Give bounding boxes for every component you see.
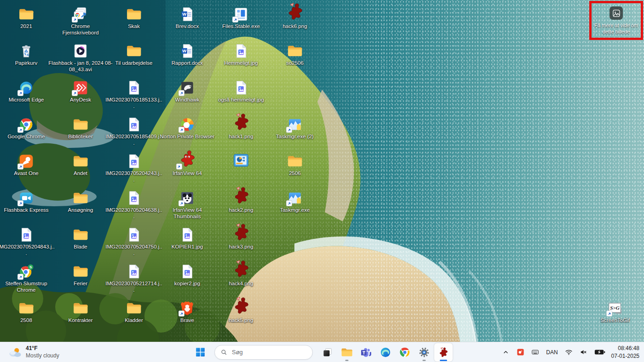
desktop-icon-label: Hemmeligt.jpg	[213, 60, 270, 66]
folder-icon	[73, 153, 88, 169]
tray-volume-muted[interactable]	[579, 347, 588, 357]
running-app-indicator	[423, 360, 426, 361]
desktop-icon[interactable]: WRapport.docx	[159, 40, 216, 66]
desktop-icon[interactable]: Ferier	[52, 260, 109, 287]
desktop-icon[interactable]: kopier2.jpg	[159, 260, 216, 287]
tray-recording-indicator[interactable]	[516, 347, 525, 357]
svg-text:S>G: S>G	[610, 305, 620, 311]
desktop-icon[interactable]: Til udarbejdelse	[105, 40, 162, 66]
taskbar-search[interactable]	[214, 345, 313, 360]
shortcut-arrow-icon	[72, 17, 78, 23]
desktop-icon[interactable]: IMG20230705204243.j...	[105, 150, 162, 183]
desktop-icon[interactable]: Microsoft Edge	[0, 76, 55, 103]
hack-icon	[285, 1, 305, 22]
desktop-icon[interactable]: hack2.png	[213, 187, 270, 213]
taskbar-app-icons	[318, 343, 453, 362]
shortcut-arrow-icon	[17, 164, 23, 170]
desktop-icon[interactable]: IMG20230705204638.j...	[105, 187, 162, 220]
screentogif-icon: S>G	[607, 300, 623, 316]
taskbar-app-task-view[interactable]	[318, 343, 337, 362]
desktop-icon[interactable]: WBrev.docx	[159, 3, 216, 29]
folder-icon	[73, 190, 88, 206]
desktop-icon-label: IMG20230705204638.j...	[105, 207, 162, 220]
desktop-icon[interactable]: Taskmgr.exe	[266, 187, 323, 213]
desktop-icon[interactable]: hack1.png	[213, 113, 270, 140]
desktop-icon[interactable]: Files.Stable.exe	[213, 3, 270, 29]
taskbar-app-hack-app[interactable]	[434, 343, 453, 362]
tray-wifi[interactable]	[564, 347, 574, 357]
desktop-icon[interactable]: AnyDesk	[52, 76, 109, 103]
desktop-icon[interactable]: Biblioteker	[52, 113, 109, 140]
desktop-icon[interactable]: Flashback Express	[0, 187, 55, 213]
settings-icon	[418, 346, 430, 358]
desktop-icon[interactable]	[213, 150, 270, 170]
recording-indicator-icon	[517, 348, 524, 356]
hack-app-icon	[437, 346, 449, 358]
desktop-icon[interactable]: hack5.png	[213, 297, 270, 323]
word-doc-icon: W	[179, 43, 195, 59]
desktop-icon[interactable]: Google Chrome	[0, 113, 55, 140]
desktop-icon[interactable]: Norton Private Browser	[152, 113, 222, 140]
hack-icon	[231, 295, 252, 316]
desktop-icon[interactable]: so2506	[266, 40, 323, 66]
desktop-icon[interactable]: Chrome Fjernskrivebord	[53, 3, 108, 36]
task-view-icon	[322, 346, 334, 358]
desktop-icon-label: AnyDesk	[52, 96, 109, 103]
image-file-icon	[126, 264, 142, 279]
chrome-profile-icon: S	[18, 264, 34, 279]
desktop-icon[interactable]: Skak	[105, 3, 162, 29]
desktop-icon[interactable]: Windhawk	[159, 76, 216, 103]
shortcut-arrow-icon	[286, 127, 292, 133]
desktop-icon[interactable]: IMG20230705212714.j...	[105, 260, 162, 294]
weather-widget[interactable]: 41°F Mostly cloudy	[5, 342, 63, 362]
taskbar-app-chrome[interactable]	[396, 343, 414, 362]
spotlight-learn-more-widget[interactable]: Få mere at vide om dette billede	[589, 1, 643, 40]
desktop-icon[interactable]: IrfanView 64	[159, 150, 216, 176]
desktop-icon[interactable]: 2508	[0, 297, 55, 323]
desktop-icon[interactable]: hack3.png	[213, 223, 270, 250]
search-icon	[220, 349, 227, 356]
taskbar-app-file-explorer[interactable]	[338, 343, 356, 362]
desktop-icon[interactable]: Hemmeligt.jpg	[213, 40, 270, 66]
search-input[interactable]	[231, 348, 307, 356]
desktop-icon[interactable]: Brave	[159, 297, 216, 323]
start-button[interactable]	[191, 344, 209, 361]
folder-icon	[73, 300, 88, 316]
desktop-icon[interactable]: Kladder	[105, 297, 162, 323]
desktop-icon[interactable]: også hemmeligt.jpg	[211, 76, 271, 103]
chevron-up-icon	[502, 348, 510, 356]
tray-chevron-up[interactable]	[501, 347, 511, 357]
taskbar-clock[interactable]: 08:46:48 07-01-2025	[611, 345, 641, 359]
shortcut-arrow-icon	[606, 311, 612, 317]
task-manager-icon	[287, 117, 303, 132]
desktop-icon[interactable]: IrfanView 64 Thumbnails	[162, 187, 212, 220]
tray-touch-keyboard[interactable]	[530, 347, 540, 357]
desktop-icon[interactable]: Kontrakter	[52, 297, 109, 323]
folder-icon	[126, 300, 142, 316]
desktop-icon[interactable]: IMG20230705185133.j...	[105, 76, 162, 110]
desktop-icon[interactable]: 2021	[0, 3, 55, 29]
tray-language-indicator[interactable]: DAN	[545, 348, 558, 357]
desktop-icon[interactable]: Ansøgning	[52, 187, 109, 213]
desktop-icon[interactable]: Taskmgr.exe (2)	[266, 113, 323, 140]
desktop-icon[interactable]: Avast One	[0, 150, 55, 176]
tray-battery-charging[interactable]	[593, 348, 606, 356]
desktop-icon[interactable]: IMG20230705204750.j...	[105, 223, 162, 257]
desktop-icon[interactable]: Blade	[52, 223, 109, 250]
desktop-icon[interactable]: Andet	[52, 150, 109, 176]
taskbar-app-edge[interactable]	[376, 343, 395, 362]
desktop-icon[interactable]: KOPIER1.jpg	[159, 223, 216, 250]
desktop-icon[interactable]: 2506	[266, 150, 323, 176]
desktop-icon[interactable]: S>GScreenToGif	[586, 297, 644, 323]
taskbar-app-teams[interactable]	[357, 343, 375, 362]
image-file-icon	[126, 80, 142, 96]
shortcut-arrow-icon	[176, 164, 182, 170]
desktop-icon[interactable]: IMG20230705204843.j...	[0, 223, 55, 257]
desktop-icon-label: Biblioteker	[52, 133, 109, 140]
taskbar-app-settings[interactable]	[415, 343, 433, 362]
desktop-icon[interactable]: hack4.png	[213, 260, 270, 287]
desktop-icon[interactable]: SSteffen Slumstrup Chrome	[1, 260, 52, 294]
desktop-icon-label: hack6.png	[266, 23, 323, 29]
desktop-icon[interactable]: hack6.png	[266, 3, 323, 29]
system-tray: DAN 08:46:48 07-01-2025	[501, 342, 641, 362]
